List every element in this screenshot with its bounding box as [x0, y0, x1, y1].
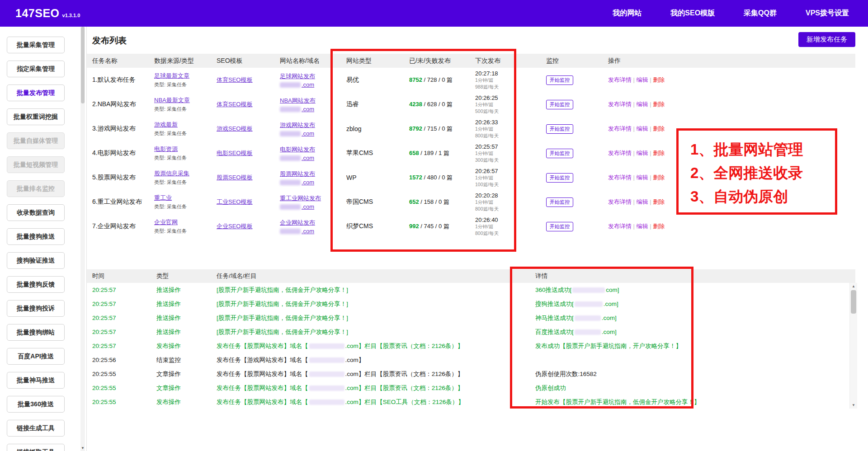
- edit-link[interactable]: 编辑: [637, 150, 648, 156]
- site-name-link[interactable]: 股票网站发布: [280, 170, 315, 177]
- source-link[interactable]: 股票信息采集: [154, 170, 189, 177]
- delete-link[interactable]: 删除: [653, 101, 665, 108]
- source-link[interactable]: 足球最新文章: [154, 72, 189, 79]
- site-name-link[interactable]: 重工业网站发布: [280, 195, 321, 202]
- edit-link[interactable]: 编辑: [637, 76, 648, 83]
- delete-link[interactable]: 删除: [653, 150, 665, 156]
- delete-link[interactable]: 删除: [653, 198, 665, 205]
- site-name-link[interactable]: 电影网站发布: [280, 146, 315, 153]
- start-monitor-button[interactable]: 开始监控: [546, 100, 573, 109]
- redacted-text: [309, 343, 344, 349]
- sidebar-item-sogou-push[interactable]: 批量搜狗推送: [7, 228, 65, 245]
- sidebar-item-short-video: 批量短视频管理: [7, 156, 65, 173]
- source-cell: 重工业类型: 采集任务: [154, 194, 217, 210]
- sidebar-item-baidu-api-push[interactable]: 百度API推送: [7, 348, 65, 365]
- site-name-link[interactable]: 企业网站发布: [280, 219, 315, 226]
- separator: |: [632, 198, 637, 205]
- nav-my-websites[interactable]: 我的网站: [613, 9, 642, 18]
- sidebar-scrollbar-thumb[interactable]: [81, 27, 85, 103]
- sidebar-item-link-generate[interactable]: 链接生成工具: [7, 420, 65, 437]
- log-scrollbar-thumb[interactable]: [851, 290, 856, 314]
- source-link[interactable]: 重工业: [154, 194, 172, 201]
- edit-link[interactable]: 编辑: [637, 125, 648, 132]
- daily-quota: 500篇/每天: [475, 108, 546, 114]
- daily-quota: 300篇/每天: [475, 157, 546, 163]
- delete-link[interactable]: 删除: [653, 223, 665, 230]
- edit-link[interactable]: 编辑: [637, 101, 648, 108]
- publish-detail-link[interactable]: 发布详情: [608, 101, 632, 108]
- template-cell: 股票SEO模板: [217, 174, 280, 182]
- edit-link[interactable]: 编辑: [637, 174, 648, 181]
- add-publish-task-button[interactable]: 新增发布任务: [798, 32, 855, 47]
- site-cell: 游戏网站发布.com: [280, 121, 346, 136]
- publish-detail-link[interactable]: 发布详情: [608, 174, 632, 181]
- edit-link[interactable]: 编辑: [637, 223, 648, 230]
- delete-link[interactable]: 删除: [653, 125, 665, 132]
- source-link[interactable]: 企业官网: [154, 219, 178, 226]
- sidebar-item-sogou-bind-site[interactable]: 批量搜狗绑站: [7, 324, 65, 341]
- edit-link[interactable]: 编辑: [637, 198, 648, 205]
- domain-link[interactable]: .com: [302, 203, 314, 210]
- sidebar-item-sogou-feedback[interactable]: 批量搜狗反馈: [7, 276, 65, 293]
- redacted-domain: [280, 131, 301, 136]
- delete-link[interactable]: 删除: [653, 174, 665, 181]
- nav-my-seo-templates[interactable]: 我的SEO模版: [670, 9, 715, 18]
- sidebar-item-batch-publish[interactable]: 批量发布管理: [7, 85, 65, 101]
- sidebar-item-link-grab[interactable]: 链接抓取工具: [7, 444, 65, 451]
- start-monitor-button[interactable]: 开始监控: [546, 75, 573, 85]
- seo-template-link[interactable]: 游戏SEO模板: [217, 125, 252, 132]
- source-type-label: 类型: 采集任务: [154, 106, 217, 113]
- sidebar-item-weight-keyword-mining[interactable]: 批量权重词挖掘: [7, 108, 65, 125]
- sidebar-item-sogou-complaint[interactable]: 批量搜狗投诉: [7, 300, 65, 317]
- publish-count-cell: 8792 / 715 / 0 篇: [409, 125, 475, 133]
- scroll-down-icon[interactable]: ▼: [850, 403, 857, 407]
- start-monitor-button[interactable]: 开始监控: [546, 124, 573, 134]
- start-monitor-button[interactable]: 开始监控: [546, 149, 573, 158]
- start-monitor-button[interactable]: 开始监控: [546, 222, 573, 231]
- seo-template-link[interactable]: 体育SEO模板: [217, 76, 252, 83]
- delete-link[interactable]: 删除: [653, 76, 665, 83]
- domain-link[interactable]: .com: [302, 81, 314, 88]
- sidebar-item-batch-collect[interactable]: 批量采集管理: [7, 37, 65, 53]
- log-scrollbar[interactable]: ▲ ▼: [849, 283, 857, 409]
- log-text: 开始发布【股票开户新手避坑指南，低佣金开户攻略分享！】: [535, 399, 700, 405]
- sidebar-scroll-down-icon[interactable]: ▼: [80, 446, 85, 450]
- site-name-link[interactable]: NBA网站发布: [280, 97, 316, 104]
- seo-template-link[interactable]: 电影SEO模板: [217, 150, 252, 156]
- source-link[interactable]: 游戏最新: [154, 121, 178, 128]
- sidebar-item-shenma-push[interactable]: 批量神马推送: [7, 372, 65, 389]
- publish-detail-link[interactable]: 发布详情: [608, 198, 632, 205]
- source-link[interactable]: 电影资源: [154, 146, 178, 152]
- start-monitor-button[interactable]: 开始监控: [546, 173, 573, 183]
- seo-template-link[interactable]: 股票SEO模板: [217, 174, 252, 181]
- main-header-row: 发布列表 新增发布任务: [87, 35, 855, 54]
- sidebar-item-assigned-collect[interactable]: 指定采集管理: [7, 61, 65, 77]
- seo-template-link[interactable]: 工业SEO模板: [217, 198, 252, 205]
- scroll-up-icon[interactable]: ▲: [850, 284, 857, 288]
- publish-col-header: 下次发布: [475, 57, 546, 65]
- app-logo: 147SEO v1.3.1.0: [15, 7, 80, 20]
- source-link[interactable]: NBA最新文章: [154, 97, 190, 103]
- domain-link[interactable]: .com: [302, 106, 314, 113]
- site-name-link[interactable]: 足球网站发布: [280, 73, 315, 80]
- publish-detail-link[interactable]: 发布详情: [608, 223, 632, 230]
- seo-template-link[interactable]: 企业SEO模板: [217, 223, 252, 230]
- domain-link[interactable]: .com: [302, 179, 314, 186]
- publish-detail-link[interactable]: 发布详情: [608, 125, 632, 132]
- daily-quota: 800篇/每天: [475, 230, 546, 236]
- publish-detail-link[interactable]: 发布详情: [608, 150, 632, 156]
- start-monitor-button[interactable]: 开始监控: [546, 197, 573, 207]
- domain-link[interactable]: .com: [302, 155, 314, 161]
- redacted-domain: [280, 82, 301, 88]
- sidebar-item-sogou-verify-push[interactable]: 搜狗验证推送: [7, 252, 65, 269]
- nav-vps-dial-settings[interactable]: VPS拨号设置: [806, 9, 849, 18]
- sidebar-scrollbar[interactable]: ▼: [80, 27, 85, 451]
- site-name-link[interactable]: 游戏网站发布: [280, 122, 315, 128]
- sidebar-item-index-data-query[interactable]: 收录数据查询: [7, 204, 65, 221]
- sidebar-item-360-push[interactable]: 批量360推送: [7, 396, 65, 413]
- domain-link[interactable]: .com: [302, 130, 314, 137]
- publish-detail-link[interactable]: 发布详情: [608, 76, 632, 83]
- domain-link[interactable]: .com: [302, 228, 314, 235]
- seo-template-link[interactable]: 体育SEO模板: [217, 101, 252, 108]
- nav-collect-qq-group[interactable]: 采集QQ群: [744, 9, 777, 18]
